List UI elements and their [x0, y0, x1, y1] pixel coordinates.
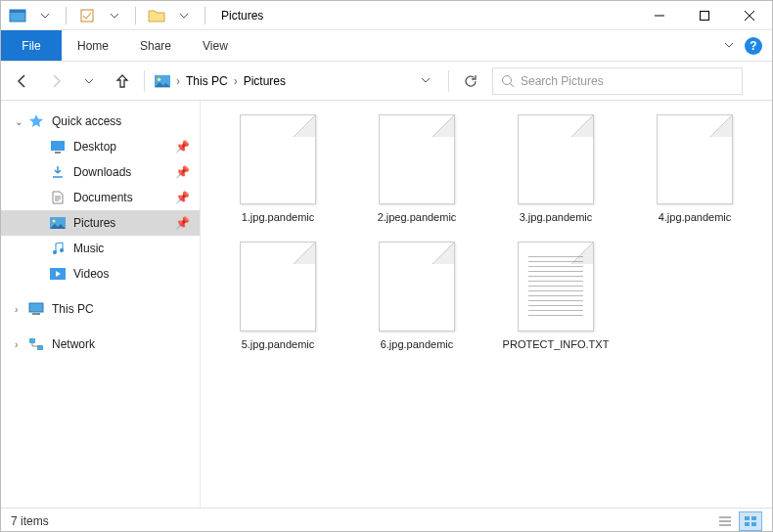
svg-rect-12: [55, 152, 61, 154]
svg-rect-4: [701, 11, 709, 20]
file-item[interactable]: 1.jpg.pandemic: [220, 114, 336, 224]
file-item[interactable]: 5.jpg.pandemic: [220, 242, 336, 351]
icons-view-button[interactable]: [739, 511, 762, 531]
sidebar-item-label: Network: [52, 337, 95, 351]
pictures-icon: [50, 215, 66, 231]
pin-icon: 📌: [175, 216, 190, 230]
separator: [135, 7, 136, 24]
tab-home[interactable]: Home: [62, 30, 124, 61]
breadcrumb-item[interactable]: Pictures: [244, 74, 286, 88]
properties-icon[interactable]: [76, 5, 98, 26]
minimize-button[interactable]: [637, 1, 682, 30]
sidebar-quickaccess[interactable]: ⌄ Quick access: [1, 109, 200, 134]
blank-file-icon: [240, 242, 316, 332]
sidebar-item-label: Documents: [73, 191, 133, 204]
sidebar-item-label: Music: [73, 242, 104, 255]
chevron-down-icon[interactable]: [413, 75, 438, 87]
svg-rect-24: [745, 522, 750, 526]
svg-rect-11: [51, 141, 65, 151]
svg-rect-18: [29, 303, 43, 312]
chevron-down-icon[interactable]: [104, 5, 125, 26]
svg-point-16: [60, 248, 64, 252]
sidebar-item-label: Desktop: [73, 140, 116, 154]
star-icon: [28, 113, 44, 129]
chevron-right-icon[interactable]: ›: [176, 74, 180, 88]
file-grid: 1.jpg.pandemic2.jpeg.pandemic3.jpg.pande…: [220, 114, 762, 352]
expand-ribbon-icon[interactable]: [723, 37, 735, 55]
separator: [205, 7, 205, 24]
window-controls: [637, 1, 772, 30]
breadcrumb-item[interactable]: This PC: [186, 74, 228, 88]
statusbar: 7 items: [1, 508, 772, 532]
file-item[interactable]: PROTECT_INFO.TXT: [498, 242, 614, 351]
recent-dropdown-icon[interactable]: [77, 69, 101, 93]
sidebar-item-downloads[interactable]: Downloads 📌: [1, 159, 200, 185]
sidebar-item-videos[interactable]: Videos: [1, 261, 200, 287]
svg-point-14: [53, 220, 56, 223]
file-name: 3.jpg.pandemic: [520, 210, 593, 224]
file-item[interactable]: 3.jpg.pandemic: [498, 114, 614, 224]
svg-rect-23: [751, 516, 756, 520]
separator: [66, 7, 67, 24]
svg-rect-25: [751, 522, 756, 526]
pin-icon: 📌: [175, 165, 190, 179]
chevron-down-icon[interactable]: ⌄: [15, 116, 23, 127]
file-name: 4.jpg.pandemic: [659, 210, 732, 224]
file-item[interactable]: 4.jpg.pandemic: [637, 114, 752, 224]
file-name: PROTECT_INFO.TXT: [503, 337, 610, 351]
svg-rect-20: [29, 338, 35, 343]
file-item[interactable]: 2.jpeg.pandemic: [359, 114, 475, 224]
maximize-button[interactable]: [682, 1, 727, 30]
file-item[interactable]: 6.jpg.pandemic: [359, 242, 475, 351]
file-tab[interactable]: File: [1, 30, 62, 61]
close-button[interactable]: [727, 1, 772, 30]
ribbon: File Home Share View ?: [1, 30, 772, 62]
chevron-right-icon[interactable]: ›: [15, 339, 18, 350]
svg-point-9: [503, 75, 512, 84]
search-input[interactable]: Search Pictures: [492, 67, 743, 95]
forward-button[interactable]: [44, 69, 68, 93]
back-button[interactable]: [11, 69, 34, 93]
svg-point-8: [158, 77, 161, 81]
chevron-down-icon[interactable]: [34, 5, 56, 26]
main-area: ⌄ Quick access Desktop 📌 Downloads 📌 Doc…: [1, 101, 772, 508]
chevron-right-icon[interactable]: ›: [234, 74, 238, 88]
svg-rect-22: [745, 516, 750, 520]
refresh-button[interactable]: [459, 69, 482, 93]
file-name: 5.jpg.pandemic: [242, 337, 315, 351]
blank-file-icon: [518, 114, 594, 204]
tab-share[interactable]: Share: [124, 30, 187, 61]
tab-view[interactable]: View: [187, 30, 244, 61]
view-toggles: [713, 511, 762, 531]
chevron-right-icon[interactable]: ›: [15, 304, 18, 315]
quick-access-toolbar: Pictures: [1, 5, 269, 26]
separator: [448, 70, 449, 92]
breadcrumb[interactable]: › This PC › Pictures: [155, 73, 438, 89]
sidebar-item-music[interactable]: Music: [1, 236, 200, 261]
thispc-icon: [28, 301, 44, 317]
sidebar: ⌄ Quick access Desktop 📌 Downloads 📌 Doc…: [1, 101, 201, 508]
blank-file-icon: [657, 114, 733, 204]
folder-icon: [146, 5, 167, 26]
sidebar-thispc[interactable]: › This PC: [1, 296, 200, 322]
file-name: 1.jpg.pandemic: [242, 210, 315, 224]
network-icon: [28, 336, 44, 352]
sidebar-item-pictures[interactable]: Pictures 📌: [1, 210, 200, 236]
content-pane[interactable]: 1.jpg.pandemic2.jpeg.pandemic3.jpg.pande…: [201, 101, 772, 508]
blank-file-icon: [379, 242, 455, 332]
sidebar-item-desktop[interactable]: Desktop 📌: [1, 134, 200, 159]
details-view-button[interactable]: [713, 511, 737, 531]
separator: [144, 70, 145, 92]
text-file-icon: [518, 242, 594, 332]
search-icon: [501, 74, 515, 88]
chevron-down-icon[interactable]: [173, 5, 195, 26]
pin-icon: 📌: [175, 191, 190, 204]
blank-file-icon: [240, 114, 316, 204]
sidebar-network[interactable]: › Network: [1, 332, 200, 357]
sidebar-item-label: This PC: [52, 302, 94, 316]
sidebar-item-documents[interactable]: Documents 📌: [1, 185, 200, 210]
up-button[interactable]: [111, 69, 134, 93]
help-icon[interactable]: ?: [745, 37, 762, 55]
explorer-icon: [7, 5, 28, 26]
svg-rect-1: [10, 10, 25, 13]
